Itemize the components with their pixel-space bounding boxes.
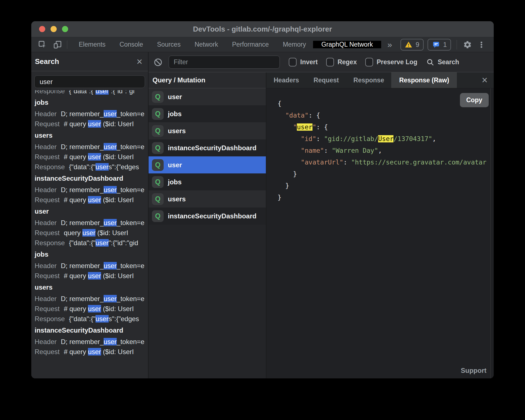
highlighted-match: user xyxy=(96,163,109,171)
search-result-row[interactable]: Response{"data":{"users":{"edges xyxy=(35,162,148,172)
query-list-item[interactable]: Quser xyxy=(149,156,266,173)
tab-console[interactable]: Console xyxy=(113,37,150,52)
toolbar-search-button[interactable]: Search xyxy=(426,58,459,66)
checkbox-box xyxy=(365,58,373,66)
search-input[interactable] xyxy=(34,75,145,88)
minimize-button[interactable] xyxy=(51,26,57,32)
search-result-row[interactable]: Request# query user ($id: UserI xyxy=(35,119,148,129)
result-section-title: instanceSecurityDashboard xyxy=(35,172,148,185)
search-result-row[interactable]: HeaderD; remember_user_token=e xyxy=(35,185,148,195)
tabbar-status-group: 9 1 xyxy=(400,39,494,51)
checkbox-regex[interactable]: Regex xyxy=(326,58,357,66)
code-token xyxy=(278,112,285,119)
code-token: } xyxy=(278,194,281,201)
query-name: user xyxy=(168,93,182,101)
search-icon xyxy=(426,58,435,66)
result-text: D; remember_ xyxy=(61,338,104,345)
code-line: { xyxy=(278,98,483,109)
search-result-row[interactable]: HeaderD; remember_user_token=e xyxy=(35,337,148,347)
search-result-row[interactable]: HeaderD; remember_user_token=e xyxy=(35,218,148,228)
tabbar-tabs: ElementsConsoleSourcesNetworkPerformance… xyxy=(72,37,313,52)
query-list-item[interactable]: Qusers xyxy=(149,122,266,139)
tab-elements[interactable]: Elements xyxy=(72,37,113,52)
support-link[interactable]: Support xyxy=(461,367,486,374)
search-result-row[interactable]: Request# query user ($id: UserI xyxy=(35,304,148,314)
kebab-menu-icon[interactable] xyxy=(476,40,486,50)
query-list-item[interactable]: QinstanceSecurityDashboard xyxy=(149,207,266,225)
copy-button[interactable]: Copy xyxy=(460,93,489,107)
response-scrollbar[interactable] xyxy=(490,88,494,378)
search-result-row[interactable]: Request# query user ($id: UserI xyxy=(35,152,148,162)
checkbox-preserve-log[interactable]: Preserve Log xyxy=(365,58,417,66)
response-tab-request[interactable]: Request xyxy=(306,72,346,88)
query-list-item[interactable]: Qjobs xyxy=(149,105,266,122)
query-list-item[interactable]: Quser xyxy=(149,88,266,105)
search-result-row[interactable]: Requestquery user ($id: UserI xyxy=(35,228,148,238)
code-token: "data" xyxy=(285,112,309,119)
settings-gear-icon[interactable] xyxy=(462,40,472,50)
clear-log-icon[interactable] xyxy=(153,57,163,67)
search-result-row[interactable]: Response{"data":{"user":{"id":"gi xyxy=(35,90,148,96)
query-mutation-header: Query / Mutation xyxy=(149,72,266,88)
code-token: , xyxy=(432,135,436,142)
search-result-row[interactable]: Request# query user ($id: UserI xyxy=(35,195,148,205)
search-result-row[interactable]: Response{"data":{"users":{"edges xyxy=(35,314,148,324)
inspect-element-icon[interactable] xyxy=(37,40,47,50)
highlighted-match: user xyxy=(96,315,109,323)
query-type-icon: Q xyxy=(152,159,164,171)
result-text: _token=e xyxy=(117,295,144,302)
result-row-label: Request xyxy=(35,120,59,128)
checkbox-label: Invert xyxy=(300,58,318,66)
highlighted-match: user xyxy=(104,262,117,269)
result-text: {"data":{" xyxy=(69,90,96,95)
response-tab-headers[interactable]: Headers xyxy=(266,72,306,88)
tab-graphql-network[interactable]: GraphQL Network xyxy=(313,41,381,48)
search-result-row[interactable]: Response{"data":{"user":{"id":"gid xyxy=(35,238,148,248)
search-panel-title: Search xyxy=(35,57,59,66)
detail-close-icon[interactable]: × xyxy=(482,75,488,85)
tab-memory[interactable]: Memory xyxy=(276,37,313,52)
search-close-icon[interactable]: × xyxy=(137,57,142,67)
result-text: ($id: UserI xyxy=(101,305,134,312)
search-result-row[interactable]: HeaderD; remember_user_token=e xyxy=(35,142,148,152)
code-token: "avatarUrl" xyxy=(301,159,343,166)
issues-badge[interactable]: 1 xyxy=(428,39,451,51)
response-tab-response[interactable]: Response xyxy=(346,72,392,88)
tab-performance[interactable]: Performance xyxy=(225,37,276,52)
more-tabs-chevron-icon[interactable]: » xyxy=(381,40,398,49)
highlighted-match: user xyxy=(88,153,101,161)
window-title: DevTools - gitlab.com/-/graphql-explorer xyxy=(193,25,332,34)
response-tabs: HeadersRequestResponse xyxy=(266,72,391,88)
zoom-button[interactable] xyxy=(62,26,68,32)
search-result-section: userHeaderD; remember_user_token=eReques… xyxy=(35,205,148,248)
search-result-section: jobsHeaderD; remember_user_token=eReques… xyxy=(35,248,148,281)
search-result-row[interactable]: Request# query user ($id: UserI xyxy=(35,347,148,357)
result-row-value: D; remember_user_token=e xyxy=(61,143,144,151)
search-result-row[interactable]: Request# query user ($id: UserI xyxy=(35,271,148,281)
code-token: "Warren Day" xyxy=(332,147,378,154)
highlighted-match: user xyxy=(104,338,117,345)
query-type-icon: Q xyxy=(152,176,164,188)
code-token: "id" xyxy=(301,135,316,142)
result-row-label: Header xyxy=(35,219,57,226)
message-count: 1 xyxy=(443,41,447,49)
tab-response-raw[interactable]: Response (Raw) xyxy=(391,72,457,88)
tab-network[interactable]: Network xyxy=(188,37,225,52)
code-token: : xyxy=(324,147,332,154)
result-text: _token=e xyxy=(117,338,144,345)
query-name: users xyxy=(168,127,186,135)
search-result-row[interactable]: HeaderD; remember_user_token=e xyxy=(35,294,148,304)
filter-input[interactable] xyxy=(169,56,280,69)
badge-separator xyxy=(457,40,457,49)
result-text: # query xyxy=(64,272,88,280)
query-list-item[interactable]: QinstanceSecurityDashboard xyxy=(149,139,266,156)
close-button[interactable] xyxy=(39,26,45,32)
search-result-row[interactable]: HeaderD; remember_user_token=e xyxy=(35,109,148,119)
query-list-item[interactable]: Qusers xyxy=(149,190,266,207)
warnings-badge[interactable]: 9 xyxy=(400,39,423,51)
device-toolbar-icon[interactable] xyxy=(52,40,63,50)
query-list-item[interactable]: Qjobs xyxy=(149,173,266,190)
search-result-row[interactable]: HeaderD; remember_user_token=e xyxy=(35,261,148,271)
tab-sources[interactable]: Sources xyxy=(150,37,187,52)
checkbox-invert[interactable]: Invert xyxy=(289,58,318,66)
